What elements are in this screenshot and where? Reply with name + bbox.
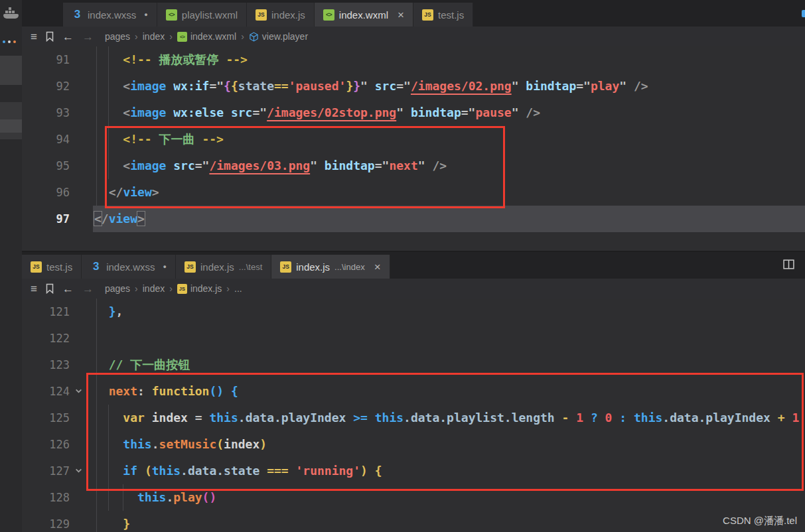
tab-label: index.js xyxy=(271,9,305,21)
breadcrumb-item-pages[interactable]: pages xyxy=(105,31,130,42)
breadcrumb-label: view.player xyxy=(262,31,308,42)
tab-test.js[interactable]: JStest.js xyxy=(22,255,82,279)
code-line-92[interactable]: 92 <image wx:if="{{state=='paused'}}" sr… xyxy=(22,73,805,100)
code-line-123[interactable]: 123 // 下一曲按钮 xyxy=(22,352,805,378)
activity-bar xyxy=(0,0,22,532)
fold-chevron-icon[interactable] xyxy=(75,467,82,474)
code-line-91[interactable]: 91 <!-- 播放或暂停 --> xyxy=(22,46,805,73)
code-editor[interactable]: 121 },122123 // 下一曲按钮124 next: function(… xyxy=(22,299,805,532)
bookmark-icon[interactable] xyxy=(46,31,54,42)
breadcrumb-label: pages xyxy=(105,31,130,42)
wxml-file-icon: <> xyxy=(323,9,334,21)
code-line-94[interactable]: 94 <!-- 下一曲 --> xyxy=(22,126,805,153)
js-file-icon: JS xyxy=(422,9,433,21)
list-icon[interactable]: ≡ xyxy=(31,283,37,295)
css-file-icon: 3 xyxy=(90,261,102,273)
breadcrumb-item-view.player[interactable]: view.player xyxy=(249,31,308,42)
tab-index.wxml[interactable]: <>index.wxml× xyxy=(315,3,413,27)
line-number: 123 xyxy=(22,352,70,378)
code-line-128[interactable]: 128 this.play() xyxy=(22,484,805,511)
code-text: <image wx:else src="/images/02stop.png" … xyxy=(94,100,540,126)
js-file-icon: JS xyxy=(256,9,267,21)
split-editor-icon[interactable] xyxy=(783,259,794,272)
line-number: 125 xyxy=(22,405,70,431)
tab-index.js[interactable]: JSindex.js xyxy=(247,3,315,27)
symbol-cube-icon xyxy=(249,32,259,42)
back-arrow-icon[interactable]: ← xyxy=(62,283,74,295)
bookmark-icon[interactable] xyxy=(46,283,54,294)
code-text: </view> xyxy=(94,206,145,232)
code-line-93[interactable]: 93 <image wx:else src="/images/02stop.pn… xyxy=(22,100,805,126)
code-text: next: function() { xyxy=(94,378,238,405)
css-file-icon: 3 xyxy=(72,9,83,21)
breadcrumb-label: index xyxy=(143,283,165,294)
forward-arrow-icon[interactable]: → xyxy=(82,283,94,295)
code-text: </view> xyxy=(94,179,159,206)
fold-chevron-icon[interactable] xyxy=(75,387,82,394)
watermark: CSDN @潘潘.tel xyxy=(723,515,797,527)
breadcrumb-item-pages[interactable]: pages xyxy=(105,283,130,294)
tab-bar: JStest.js3index.wxss●JSindex.js...\testJ… xyxy=(22,252,805,279)
list-icon[interactable]: ≡ xyxy=(31,31,37,42)
code-line-127[interactable]: 127 if (this.data.state === 'running') { xyxy=(22,458,805,484)
line-number: 124 xyxy=(22,378,70,405)
tab-index.wxss[interactable]: 3index.wxss● xyxy=(63,3,157,27)
back-arrow-icon[interactable]: ← xyxy=(62,31,74,42)
vscode-window: 3index.wxss●<>playlist.wxmlJSindex.js<>i… xyxy=(0,0,805,532)
breadcrumb-label: pages xyxy=(105,283,130,294)
chevron-right-icon: › xyxy=(135,283,138,294)
line-number: 128 xyxy=(22,484,70,511)
code-line-125[interactable]: 125 var index = this.data.playIndex >= t… xyxy=(22,405,805,431)
js-file-icon: JS xyxy=(31,261,42,273)
breadcrumb-item-index.wxml[interactable]: <>index.wxml xyxy=(177,31,236,42)
editor-pane-bottom: JStest.js3index.wxss●JSindex.js...\testJ… xyxy=(22,252,805,532)
code-text: this.setMusic(index) xyxy=(94,431,267,458)
code-line-126[interactable]: 126 this.setMusic(index) xyxy=(22,431,805,458)
breadcrumb-item-index[interactable]: index xyxy=(143,283,165,294)
pane-divider[interactable] xyxy=(0,251,805,252)
tab-test.js[interactable]: JStest.js xyxy=(413,3,473,27)
code-line-129[interactable]: 129 } xyxy=(22,511,805,532)
breadcrumb-item-index[interactable]: index xyxy=(143,31,165,42)
code-editor[interactable]: 91 <!-- 播放或暂停 -->92 <image wx:if="{{stat… xyxy=(22,46,805,251)
docker-whale-icon[interactable] xyxy=(3,8,19,19)
code-text: <image wx:if="{{state=='paused'}}" src="… xyxy=(94,73,648,100)
code-line-122[interactable]: 122 xyxy=(22,325,805,352)
modified-dot-icon: ● xyxy=(163,263,167,270)
tab-label: index.js xyxy=(200,261,234,273)
tab-label: index.wxml xyxy=(339,9,388,21)
tab-path-hint: ...\test xyxy=(239,262,262,272)
tab-playlist.wxml[interactable]: <>playlist.wxml xyxy=(157,3,247,27)
wxml-file-icon: <> xyxy=(166,9,177,21)
close-icon[interactable]: × xyxy=(374,261,381,273)
tab-index.wxss[interactable]: 3index.wxss● xyxy=(82,255,176,279)
breadcrumb-item-index.js[interactable]: JSindex.js xyxy=(177,283,222,294)
line-number: 97 xyxy=(22,206,70,232)
code-line-124[interactable]: 124 next: function() { xyxy=(22,378,805,405)
code-text: <!-- 下一曲 --> xyxy=(94,126,224,153)
breadcrumb-item-...[interactable]: ... xyxy=(234,283,242,294)
tab-label: test.js xyxy=(438,9,464,21)
code-text: <image src="/images/03.png" bindtap="nex… xyxy=(94,153,447,179)
chevron-right-icon: › xyxy=(169,283,173,294)
code-line-121[interactable]: 121 }, xyxy=(22,299,805,325)
sidebar-sliver xyxy=(0,56,22,85)
code-text: }, xyxy=(94,299,123,325)
code-text: this.play() xyxy=(94,484,216,511)
forward-arrow-icon[interactable]: → xyxy=(82,31,94,42)
wxml-file-icon: <> xyxy=(177,32,187,42)
code-line-97[interactable]: 97</view> xyxy=(22,206,805,232)
code-line-96[interactable]: 96 </view> xyxy=(22,179,805,206)
tab-label: index.wxss xyxy=(88,9,136,21)
tab-index.js-test[interactable]: JSindex.js...\test xyxy=(176,255,271,279)
line-number: 129 xyxy=(22,511,70,532)
code-line-95[interactable]: 95 <image src="/images/03.png" bindtap="… xyxy=(22,153,805,179)
code-text: // 下一曲按钮 xyxy=(94,352,190,378)
tab-index.js-index[interactable]: JSindex.js...\index× xyxy=(271,255,390,279)
breadcrumb-label: index.js xyxy=(190,283,222,294)
close-icon[interactable]: × xyxy=(398,9,404,21)
code-text: } xyxy=(94,511,130,532)
chevron-right-icon: › xyxy=(135,31,138,42)
tab-label: playlist.wxml xyxy=(182,9,238,21)
line-number: 127 xyxy=(22,458,70,484)
